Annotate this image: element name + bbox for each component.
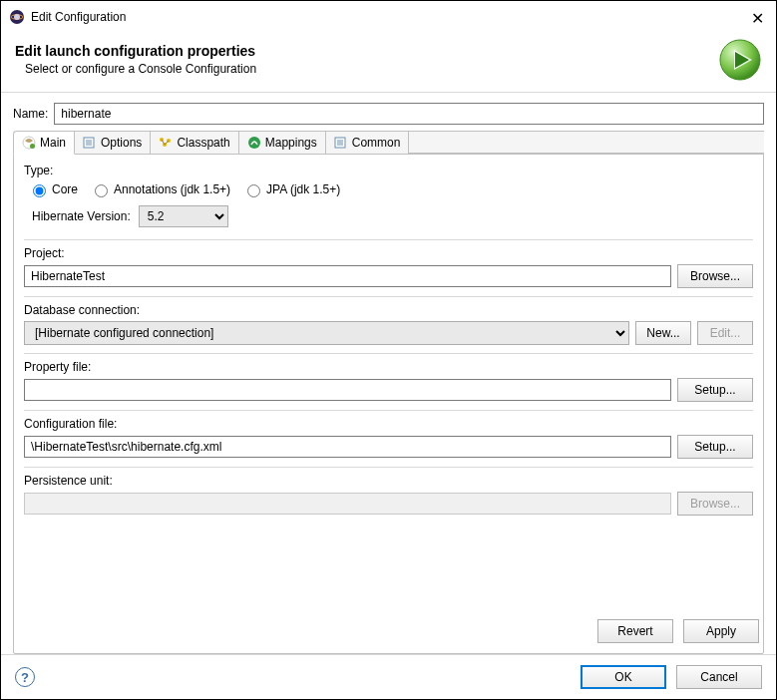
cancel-button[interactable]: Cancel [676,665,762,689]
dialog-footer: ? OK Cancel [1,654,776,699]
revert-button[interactable]: Revert [597,619,673,643]
svg-point-2 [14,14,20,20]
name-label: Name: [13,107,48,121]
apply-button[interactable]: Apply [683,619,759,643]
ok-button[interactable]: OK [581,665,666,689]
type-label: Type: [24,164,753,177]
hibernate-icon [22,136,36,150]
tabstrip: Main Options Classpath [13,131,764,155]
tab-mappings[interactable]: Mappings [239,131,326,154]
property-file-label: Property file: [24,360,753,374]
configuration-file-label: Configuration file: [24,417,753,431]
close-icon[interactable]: ✕ [751,9,764,28]
tab-classpath[interactable]: Classpath [151,131,238,154]
db-connection-select[interactable]: [Hibernate configured connection] [24,321,629,345]
radio-jpa[interactable]: JPA (jdk 1.5+) [242,181,340,197]
tab-main-content: Type: Core Annotations (jdk 1.5+) JPA (j… [14,156,763,609]
classpath-icon [159,136,173,150]
dialog-header: Edit launch configuration properties Sel… [1,33,776,93]
configuration-file-input[interactable] [24,436,671,458]
name-input[interactable] [54,103,764,125]
radio-annotations[interactable]: Annotations (jdk 1.5+) [90,181,230,197]
persistence-unit-input [24,493,671,515]
db-edit-button: Edit... [697,321,753,345]
titlebar: Edit Configuration ✕ [1,1,776,33]
window-title: Edit Configuration [31,10,126,24]
property-file-setup-button[interactable]: Setup... [677,378,753,402]
tab-main[interactable]: Main [13,131,75,155]
edit-configuration-dialog: Edit Configuration ✕ Edit launch configu… [0,0,777,700]
persistence-unit-label: Persistence unit: [24,474,753,488]
run-icon [718,38,762,82]
tab-folder: Main Options Classpath [13,131,764,654]
common-icon [334,136,348,150]
tab-options[interactable]: Options [75,131,151,154]
type-radio-group: Core Annotations (jdk 1.5+) JPA (jdk 1.5… [28,181,753,197]
persistence-unit-browse-button: Browse... [677,492,753,516]
hibernate-version-select[interactable]: 5.2 [139,205,228,227]
property-file-input[interactable] [24,379,671,401]
separator [24,239,753,240]
project-label: Project: [24,246,753,260]
eclipse-icon [9,9,25,25]
header-subtitle: Select or configure a Console Configurat… [15,62,718,76]
hibernate-version-label: Hibernate Version: [32,209,131,223]
options-icon [83,136,97,150]
header-title: Edit launch configuration properties [15,43,718,59]
revert-apply-bar: Revert Apply [14,609,763,653]
mappings-icon [247,136,261,150]
tab-common[interactable]: Common [326,131,410,154]
project-browse-button[interactable]: Browse... [677,264,753,288]
configuration-file-setup-button[interactable]: Setup... [677,435,753,459]
db-new-button[interactable]: New... [635,321,691,345]
project-input[interactable] [24,265,671,287]
radio-core[interactable]: Core [28,181,78,197]
svg-point-15 [248,137,260,149]
db-connection-label: Database connection: [24,303,753,317]
help-icon[interactable]: ? [15,667,35,687]
svg-point-7 [30,144,35,149]
